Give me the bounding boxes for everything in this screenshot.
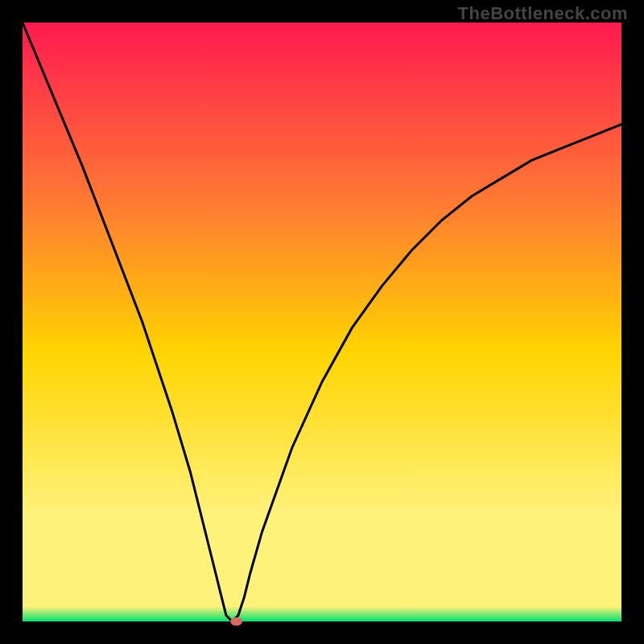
watermark-text: TheBottleneck.com <box>458 3 628 24</box>
bottleneck-chart <box>0 0 644 644</box>
minimum-marker <box>230 617 242 625</box>
plot-background <box>23 23 621 621</box>
chart-frame: { "watermark": "TheBottleneck.com", "col… <box>0 0 644 644</box>
